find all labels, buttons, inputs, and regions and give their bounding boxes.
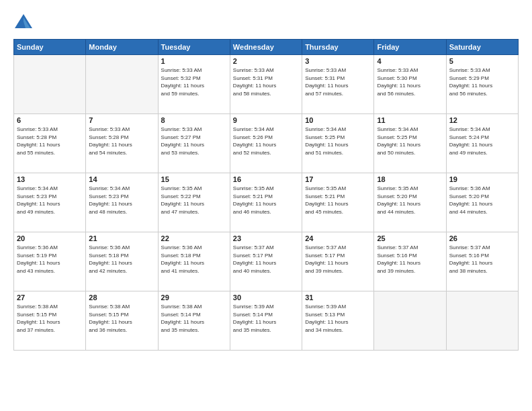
day-info: Sunrise: 5:33 AMSunset: 5:32 PMDaylight:… <box>161 66 227 97</box>
calendar-cell: 3Sunrise: 5:33 AMSunset: 5:31 PMDaylight… <box>302 55 374 114</box>
logo-icon <box>13 12 34 32</box>
calendar-cell <box>14 55 86 114</box>
calendar-cell: 27Sunrise: 5:38 AMSunset: 5:15 PMDayligh… <box>14 291 86 351</box>
calendar-cell: 22Sunrise: 5:36 AMSunset: 5:18 PMDayligh… <box>158 232 230 291</box>
header <box>13 12 519 32</box>
calendar-header-thursday: Thursday <box>302 40 374 55</box>
day-number: 29 <box>161 293 227 302</box>
calendar-cell: 6Sunrise: 5:33 AMSunset: 5:28 PMDaylight… <box>14 114 86 173</box>
day-number: 28 <box>89 293 154 302</box>
day-number: 2 <box>233 57 299 65</box>
day-info: Sunrise: 5:35 AMSunset: 5:20 PMDaylight:… <box>377 185 443 216</box>
calendar-week-2: 6Sunrise: 5:33 AMSunset: 5:28 PMDaylight… <box>14 114 519 173</box>
day-info: Sunrise: 5:36 AMSunset: 5:18 PMDaylight:… <box>161 244 227 275</box>
day-info: Sunrise: 5:36 AMSunset: 5:20 PMDaylight:… <box>449 185 515 216</box>
day-number: 12 <box>449 116 515 124</box>
day-number: 7 <box>89 116 154 124</box>
day-number: 21 <box>89 234 154 242</box>
day-info: Sunrise: 5:38 AMSunset: 5:15 PMDaylight:… <box>17 303 83 334</box>
day-number: 8 <box>161 116 227 124</box>
calendar-cell: 26Sunrise: 5:37 AMSunset: 5:16 PMDayligh… <box>446 232 518 291</box>
day-info: Sunrise: 5:37 AMSunset: 5:17 PMDaylight:… <box>305 244 371 275</box>
day-info: Sunrise: 5:37 AMSunset: 5:17 PMDaylight:… <box>233 244 299 275</box>
calendar-week-1: 1Sunrise: 5:33 AMSunset: 5:32 PMDaylight… <box>14 55 519 114</box>
calendar-cell: 18Sunrise: 5:35 AMSunset: 5:20 PMDayligh… <box>374 173 446 232</box>
day-info: Sunrise: 5:34 AMSunset: 5:25 PMDaylight:… <box>305 126 371 156</box>
calendar-cell: 13Sunrise: 5:34 AMSunset: 5:23 PMDayligh… <box>14 173 86 232</box>
calendar-cell: 4Sunrise: 5:33 AMSunset: 5:30 PMDaylight… <box>374 55 446 114</box>
calendar-cell: 23Sunrise: 5:37 AMSunset: 5:17 PMDayligh… <box>230 232 302 291</box>
calendar-cell: 11Sunrise: 5:34 AMSunset: 5:25 PMDayligh… <box>374 114 446 173</box>
day-number: 18 <box>377 175 443 183</box>
calendar-cell: 20Sunrise: 5:36 AMSunset: 5:19 PMDayligh… <box>14 232 86 291</box>
day-info: Sunrise: 5:34 AMSunset: 5:25 PMDaylight:… <box>377 126 443 156</box>
day-info: Sunrise: 5:33 AMSunset: 5:28 PMDaylight:… <box>89 126 154 156</box>
day-number: 1 <box>161 57 227 65</box>
day-info: Sunrise: 5:35 AMSunset: 5:21 PMDaylight:… <box>305 185 371 216</box>
day-number: 10 <box>305 116 371 124</box>
calendar-cell: 30Sunrise: 5:39 AMSunset: 5:14 PMDayligh… <box>230 291 302 351</box>
day-info: Sunrise: 5:34 AMSunset: 5:24 PMDaylight:… <box>449 126 515 156</box>
day-number: 31 <box>305 293 371 302</box>
day-info: Sunrise: 5:36 AMSunset: 5:19 PMDaylight:… <box>17 244 83 275</box>
day-info: Sunrise: 5:36 AMSunset: 5:18 PMDaylight:… <box>89 244 154 275</box>
calendar-cell: 28Sunrise: 5:38 AMSunset: 5:15 PMDayligh… <box>86 291 158 351</box>
calendar-header-row: SundayMondayTuesdayWednesdayThursdayFrid… <box>14 40 519 55</box>
day-number: 4 <box>377 57 443 65</box>
day-info: Sunrise: 5:35 AMSunset: 5:21 PMDaylight:… <box>233 185 299 216</box>
logo <box>13 12 38 32</box>
calendar-cell <box>86 55 158 114</box>
calendar-cell: 16Sunrise: 5:35 AMSunset: 5:21 PMDayligh… <box>230 173 302 232</box>
calendar-cell: 31Sunrise: 5:39 AMSunset: 5:13 PMDayligh… <box>302 291 374 351</box>
day-info: Sunrise: 5:33 AMSunset: 5:31 PMDaylight:… <box>233 66 299 97</box>
day-info: Sunrise: 5:37 AMSunset: 5:16 PMDaylight:… <box>377 244 443 275</box>
day-number: 16 <box>233 175 299 183</box>
calendar-cell: 10Sunrise: 5:34 AMSunset: 5:25 PMDayligh… <box>302 114 374 173</box>
day-info: Sunrise: 5:34 AMSunset: 5:23 PMDaylight:… <box>89 185 154 216</box>
day-info: Sunrise: 5:33 AMSunset: 5:28 PMDaylight:… <box>17 126 83 156</box>
day-number: 11 <box>377 116 443 124</box>
day-info: Sunrise: 5:34 AMSunset: 5:23 PMDaylight:… <box>17 185 83 216</box>
calendar-week-4: 20Sunrise: 5:36 AMSunset: 5:19 PMDayligh… <box>14 232 519 291</box>
calendar-cell: 15Sunrise: 5:35 AMSunset: 5:22 PMDayligh… <box>158 173 230 232</box>
day-info: Sunrise: 5:33 AMSunset: 5:27 PMDaylight:… <box>161 126 227 156</box>
calendar: SundayMondayTuesdayWednesdayThursdayFrid… <box>13 39 519 351</box>
calendar-header-saturday: Saturday <box>446 40 518 55</box>
calendar-cell: 14Sunrise: 5:34 AMSunset: 5:23 PMDayligh… <box>86 173 158 232</box>
calendar-week-5: 27Sunrise: 5:38 AMSunset: 5:15 PMDayligh… <box>14 291 519 351</box>
calendar-header-tuesday: Tuesday <box>158 40 230 55</box>
calendar-cell: 8Sunrise: 5:33 AMSunset: 5:27 PMDaylight… <box>158 114 230 173</box>
calendar-cell: 29Sunrise: 5:38 AMSunset: 5:14 PMDayligh… <box>158 291 230 351</box>
day-info: Sunrise: 5:33 AMSunset: 5:30 PMDaylight:… <box>377 66 443 97</box>
calendar-cell: 19Sunrise: 5:36 AMSunset: 5:20 PMDayligh… <box>446 173 518 232</box>
day-info: Sunrise: 5:39 AMSunset: 5:13 PMDaylight:… <box>305 303 371 334</box>
calendar-cell: 9Sunrise: 5:34 AMSunset: 5:26 PMDaylight… <box>230 114 302 173</box>
day-info: Sunrise: 5:39 AMSunset: 5:14 PMDaylight:… <box>233 303 299 334</box>
calendar-header-wednesday: Wednesday <box>230 40 302 55</box>
calendar-cell: 24Sunrise: 5:37 AMSunset: 5:17 PMDayligh… <box>302 232 374 291</box>
day-number: 15 <box>161 175 227 183</box>
calendar-cell: 7Sunrise: 5:33 AMSunset: 5:28 PMDaylight… <box>86 114 158 173</box>
day-number: 20 <box>17 234 83 242</box>
calendar-cell <box>446 291 518 351</box>
calendar-week-3: 13Sunrise: 5:34 AMSunset: 5:23 PMDayligh… <box>14 173 519 232</box>
day-info: Sunrise: 5:33 AMSunset: 5:31 PMDaylight:… <box>305 66 371 97</box>
day-number: 26 <box>449 234 515 242</box>
calendar-cell: 25Sunrise: 5:37 AMSunset: 5:16 PMDayligh… <box>374 232 446 291</box>
calendar-cell: 2Sunrise: 5:33 AMSunset: 5:31 PMDaylight… <box>230 55 302 114</box>
calendar-cell: 12Sunrise: 5:34 AMSunset: 5:24 PMDayligh… <box>446 114 518 173</box>
day-info: Sunrise: 5:38 AMSunset: 5:14 PMDaylight:… <box>161 303 227 334</box>
day-number: 30 <box>233 293 299 302</box>
day-info: Sunrise: 5:37 AMSunset: 5:16 PMDaylight:… <box>449 244 515 275</box>
calendar-header-friday: Friday <box>374 40 446 55</box>
day-number: 14 <box>89 175 154 183</box>
day-number: 17 <box>305 175 371 183</box>
day-number: 25 <box>377 234 443 242</box>
day-number: 22 <box>161 234 227 242</box>
day-info: Sunrise: 5:38 AMSunset: 5:15 PMDaylight:… <box>89 303 154 334</box>
day-info: Sunrise: 5:34 AMSunset: 5:26 PMDaylight:… <box>233 126 299 156</box>
day-number: 13 <box>17 175 83 183</box>
day-number: 9 <box>233 116 299 124</box>
day-info: Sunrise: 5:33 AMSunset: 5:29 PMDaylight:… <box>449 66 515 97</box>
day-info: Sunrise: 5:35 AMSunset: 5:22 PMDaylight:… <box>161 185 227 216</box>
